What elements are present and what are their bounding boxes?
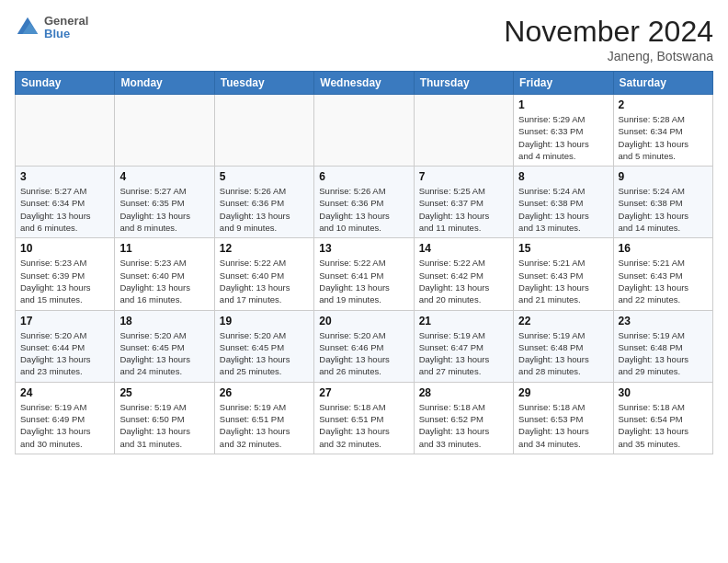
calendar-cell: 11Sunrise: 5:23 AM Sunset: 6:40 PM Dayli… [115, 238, 214, 310]
day-number: 1 [518, 98, 608, 111]
day-number: 14 [419, 242, 508, 255]
calendar-cell: 9Sunrise: 5:24 AM Sunset: 6:38 PM Daylig… [613, 167, 712, 238]
calendar-cell [115, 95, 214, 167]
day-number: 7 [419, 170, 508, 183]
day-number: 2 [619, 98, 708, 111]
day-number: 22 [518, 315, 608, 327]
day-number: 11 [119, 242, 209, 255]
day-info: Sunrise: 5:18 AM Sunset: 6:53 PM Dayligh… [518, 401, 608, 450]
day-number: 12 [220, 242, 309, 255]
day-info: Sunrise: 5:19 AM Sunset: 6:49 PM Dayligh… [20, 401, 109, 450]
day-info: Sunrise: 5:23 AM Sunset: 6:39 PM Dayligh… [20, 257, 109, 305]
day-info: Sunrise: 5:22 AM Sunset: 6:41 PM Dayligh… [319, 257, 408, 305]
day-number: 29 [518, 386, 608, 399]
calendar-cell: 26Sunrise: 5:19 AM Sunset: 6:51 PM Dayli… [214, 382, 313, 454]
logo: General Blue [15, 15, 88, 41]
day-number: 27 [319, 386, 408, 399]
day-info: Sunrise: 5:18 AM Sunset: 6:51 PM Dayligh… [319, 401, 408, 450]
calendar-table: SundayMondayTuesdayWednesdayThursdayFrid… [15, 71, 713, 454]
day-number: 19 [220, 315, 309, 327]
day-info: Sunrise: 5:25 AM Sunset: 6:37 PM Dayligh… [419, 185, 508, 234]
day-number: 24 [20, 386, 109, 399]
day-number: 6 [319, 170, 408, 183]
calendar-cell: 10Sunrise: 5:23 AM Sunset: 6:39 PM Dayli… [16, 238, 115, 310]
col-header-thursday: Thursday [414, 72, 513, 95]
calendar-cell [414, 95, 513, 167]
col-header-sunday: Sunday [16, 72, 115, 95]
calendar-cell [214, 95, 313, 167]
day-info: Sunrise: 5:22 AM Sunset: 6:42 PM Dayligh… [419, 257, 508, 305]
day-info: Sunrise: 5:22 AM Sunset: 6:40 PM Dayligh… [220, 257, 309, 305]
calendar-cell: 29Sunrise: 5:18 AM Sunset: 6:53 PM Dayli… [514, 382, 613, 454]
calendar-cell: 18Sunrise: 5:20 AM Sunset: 6:45 PM Dayli… [115, 310, 214, 382]
calendar-cell: 20Sunrise: 5:20 AM Sunset: 6:46 PM Dayli… [314, 310, 414, 382]
calendar-cell: 12Sunrise: 5:22 AM Sunset: 6:40 PM Dayli… [214, 238, 313, 310]
day-info: Sunrise: 5:27 AM Sunset: 6:34 PM Dayligh… [20, 185, 109, 234]
day-number: 23 [619, 315, 708, 327]
day-info: Sunrise: 5:28 AM Sunset: 6:34 PM Dayligh… [619, 113, 708, 162]
day-info: Sunrise: 5:21 AM Sunset: 6:43 PM Dayligh… [518, 257, 608, 305]
day-info: Sunrise: 5:20 AM Sunset: 6:45 PM Dayligh… [119, 329, 209, 378]
day-info: Sunrise: 5:19 AM Sunset: 6:48 PM Dayligh… [518, 329, 608, 378]
day-info: Sunrise: 5:19 AM Sunset: 6:47 PM Dayligh… [419, 329, 508, 378]
logo-text: General Blue [44, 15, 88, 41]
day-info: Sunrise: 5:18 AM Sunset: 6:54 PM Dayligh… [619, 401, 708, 450]
calendar-week-5: 24Sunrise: 5:19 AM Sunset: 6:49 PM Dayli… [16, 382, 713, 454]
day-info: Sunrise: 5:24 AM Sunset: 6:38 PM Dayligh… [619, 185, 708, 234]
day-number: 16 [619, 242, 708, 255]
logo-general: General [44, 15, 88, 28]
calendar-cell: 22Sunrise: 5:19 AM Sunset: 6:48 PM Dayli… [514, 310, 613, 382]
calendar-cell: 28Sunrise: 5:18 AM Sunset: 6:52 PM Dayli… [414, 382, 513, 454]
day-number: 8 [518, 170, 608, 183]
day-number: 3 [20, 170, 109, 183]
calendar-week-1: 1Sunrise: 5:29 AM Sunset: 6:33 PM Daylig… [16, 95, 713, 167]
day-info: Sunrise: 5:20 AM Sunset: 6:46 PM Dayligh… [319, 329, 408, 378]
calendar-cell: 23Sunrise: 5:19 AM Sunset: 6:48 PM Dayli… [613, 310, 712, 382]
day-number: 5 [220, 170, 309, 183]
calendar-cell: 27Sunrise: 5:18 AM Sunset: 6:51 PM Dayli… [314, 382, 414, 454]
day-number: 18 [119, 315, 209, 327]
day-info: Sunrise: 5:23 AM Sunset: 6:40 PM Dayligh… [119, 257, 209, 305]
calendar-cell: 2Sunrise: 5:28 AM Sunset: 6:34 PM Daylig… [613, 95, 712, 167]
page-header: General Blue November 2024 Janeng, Botsw… [15, 15, 713, 63]
month-title: November 2024 [504, 15, 713, 49]
calendar-cell: 25Sunrise: 5:19 AM Sunset: 6:50 PM Dayli… [115, 382, 214, 454]
day-number: 21 [419, 315, 508, 327]
calendar-cell: 21Sunrise: 5:19 AM Sunset: 6:47 PM Dayli… [414, 310, 513, 382]
calendar-cell: 3Sunrise: 5:27 AM Sunset: 6:34 PM Daylig… [16, 167, 115, 238]
day-info: Sunrise: 5:21 AM Sunset: 6:43 PM Dayligh… [619, 257, 708, 305]
calendar-cell [314, 95, 414, 167]
day-number: 9 [619, 170, 708, 183]
calendar-cell: 1Sunrise: 5:29 AM Sunset: 6:33 PM Daylig… [514, 95, 613, 167]
day-info: Sunrise: 5:19 AM Sunset: 6:48 PM Dayligh… [619, 329, 708, 378]
day-number: 15 [518, 242, 608, 255]
title-block: November 2024 Janeng, Botswana [504, 15, 713, 63]
day-number: 20 [319, 315, 408, 327]
calendar-cell: 7Sunrise: 5:25 AM Sunset: 6:37 PM Daylig… [414, 167, 513, 238]
day-info: Sunrise: 5:24 AM Sunset: 6:38 PM Dayligh… [518, 185, 608, 234]
day-number: 25 [119, 386, 209, 399]
col-header-saturday: Saturday [613, 72, 712, 95]
col-header-friday: Friday [514, 72, 613, 95]
calendar-cell [16, 95, 115, 167]
col-header-monday: Monday [115, 72, 214, 95]
day-info: Sunrise: 5:20 AM Sunset: 6:45 PM Dayligh… [220, 329, 309, 378]
logo-blue: Blue [44, 28, 88, 40]
calendar-cell: 24Sunrise: 5:19 AM Sunset: 6:49 PM Dayli… [16, 382, 115, 454]
calendar-cell: 8Sunrise: 5:24 AM Sunset: 6:38 PM Daylig… [514, 167, 613, 238]
day-info: Sunrise: 5:19 AM Sunset: 6:50 PM Dayligh… [119, 401, 209, 450]
calendar-week-3: 10Sunrise: 5:23 AM Sunset: 6:39 PM Dayli… [16, 238, 713, 310]
day-number: 28 [419, 386, 508, 399]
calendar-cell: 14Sunrise: 5:22 AM Sunset: 6:42 PM Dayli… [414, 238, 513, 310]
day-number: 4 [119, 170, 209, 183]
day-info: Sunrise: 5:29 AM Sunset: 6:33 PM Dayligh… [518, 113, 608, 162]
calendar-header-row: SundayMondayTuesdayWednesdayThursdayFrid… [16, 72, 713, 95]
col-header-tuesday: Tuesday [214, 72, 313, 95]
calendar-cell: 6Sunrise: 5:26 AM Sunset: 6:36 PM Daylig… [314, 167, 414, 238]
calendar-cell: 15Sunrise: 5:21 AM Sunset: 6:43 PM Dayli… [514, 238, 613, 310]
day-info: Sunrise: 5:26 AM Sunset: 6:36 PM Dayligh… [319, 185, 408, 234]
day-number: 10 [20, 242, 109, 255]
day-info: Sunrise: 5:19 AM Sunset: 6:51 PM Dayligh… [220, 401, 309, 450]
location: Janeng, Botswana [504, 49, 713, 63]
calendar-cell: 16Sunrise: 5:21 AM Sunset: 6:43 PM Dayli… [613, 238, 712, 310]
